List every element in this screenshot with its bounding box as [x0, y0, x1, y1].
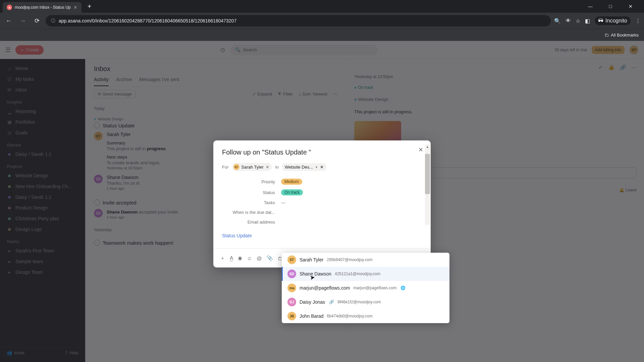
window-controls: — □ ✕ [584, 4, 641, 9]
dropdown-item[interactable]: STSarah Tyler295b9407@moodjoy.com [282, 253, 449, 267]
person-name: Sarah Tyler [300, 257, 323, 262]
incognito-icon: 🕶 [598, 18, 603, 24]
avatar: DJ [287, 298, 296, 306]
scroll-up-icon[interactable]: ▲ [425, 144, 430, 149]
zoom-icon[interactable]: 🔍 [554, 18, 561, 24]
bookmarks-folder-icon[interactable]: 🗀 [604, 33, 609, 38]
new-tab-button[interactable]: + [85, 2, 94, 11]
status-pill[interactable]: On track [281, 189, 303, 195]
browser-tab[interactable]: ● moodjoy.com Inbox - Status Up ✕ [3, 2, 82, 13]
close-modal-button[interactable]: ✕ [416, 145, 425, 155]
field-label-priority: Priority [222, 179, 281, 184]
eye-off-icon[interactable]: 👁 [566, 18, 571, 24]
side-panel-icon[interactable]: ◧ [585, 18, 590, 24]
record-icon[interactable]: ◉ [238, 255, 242, 261]
reload-button[interactable]: ⟳ [32, 17, 42, 24]
kebab-menu-icon[interactable]: ⋮ [635, 18, 641, 24]
avatar: SD [287, 269, 296, 278]
url-bar[interactable]: ⓘ app.asana.com/0/inbox/1206160204288770… [46, 15, 551, 26]
attachment-icon[interactable]: 📎 [267, 255, 273, 261]
chevron-down-icon[interactable]: ▾ [316, 165, 317, 169]
tasks-value[interactable]: — [281, 200, 422, 205]
bookmark-star-icon[interactable]: ☆ [576, 18, 580, 24]
globe-icon: 🌐 [400, 286, 406, 290]
site-info-icon[interactable]: ⓘ [51, 18, 55, 24]
person-name: Shane Dawson [300, 271, 331, 277]
emoji-icon[interactable]: ☺ [247, 255, 252, 261]
assignee-name: Sarah Tyler [241, 165, 264, 170]
person-email: marjun@pageflows.com [353, 286, 396, 290]
person-email: 425121a1@moodjoy.com [335, 272, 380, 276]
field-label-status: Status [222, 190, 281, 195]
url-text: app.asana.com/0/inbox/1206160204288770/1… [59, 18, 545, 23]
maximize-icon[interactable]: □ [604, 4, 617, 9]
mention-icon[interactable]: @ [257, 255, 262, 261]
link-icon: 🔗 [329, 300, 334, 304]
person-email: 9f46e1f2@moodjoy.com [337, 300, 381, 304]
bookmarks-bar: 🗀 All Bookmarks [0, 29, 644, 41]
for-label: For [222, 165, 229, 170]
people-dropdown: STSarah Tyler295b9407@moodjoy.comSDShane… [282, 253, 449, 323]
text-format-icon[interactable]: A̲ [230, 255, 233, 261]
create-task-modal: ✕ Follow up on "Status Update " For ST S… [213, 140, 431, 267]
avatar: ST [233, 164, 239, 170]
field-label-due: When is the due dat... [222, 210, 281, 215]
description-link[interactable]: Status Update [222, 233, 422, 238]
browser-tab-bar: ● moodjoy.com Inbox - Status Up ✕ + — □ … [0, 0, 644, 13]
project-name: Website Des... [285, 165, 313, 170]
scrollbar-thumb[interactable] [425, 154, 430, 194]
all-bookmarks-label[interactable]: All Bookmarks [611, 33, 639, 38]
remove-project-icon[interactable]: ✕ [320, 165, 324, 170]
remove-assignee-icon[interactable]: ✕ [266, 165, 269, 170]
in-label: in [275, 165, 279, 170]
person-name: John Barad [300, 313, 324, 319]
person-name: marjun@pageflows.com [300, 285, 350, 291]
person-email: 6b474db0@moodjoy.com [327, 314, 373, 318]
asana-favicon: ● [7, 5, 12, 10]
person-name: Daisy Jonas [300, 299, 325, 305]
dropdown-item[interactable]: mamarjun@pageflows.commarjun@pageflows.c… [282, 281, 449, 295]
close-window-icon[interactable]: ✕ [624, 4, 637, 9]
dropdown-item[interactable]: DJDaisy Jonas🔗9f46e1f2@moodjoy.com [282, 295, 449, 309]
back-button[interactable]: ← [3, 17, 14, 24]
incognito-label: Incognito [605, 18, 627, 24]
project-chip[interactable]: Website Des... ▾ ✕ [282, 163, 326, 171]
add-subtask-icon[interactable]: ＋ [220, 255, 225, 261]
browser-toolbar: ← → ⟳ ⓘ app.asana.com/0/inbox/1206160204… [0, 13, 644, 29]
close-tab-icon[interactable]: ✕ [73, 5, 77, 10]
field-label-tasks: Tasks [222, 200, 281, 205]
tab-title: moodjoy.com Inbox - Status Up [15, 5, 71, 10]
dropdown-item[interactable]: SDShane Dawson425121a1@moodjoy.com [282, 267, 449, 281]
modal-title: Follow up on "Status Update " [222, 148, 422, 156]
assignee-chip[interactable]: ST Sarah Tyler ✕ [232, 163, 272, 171]
minimize-icon[interactable]: — [584, 4, 597, 9]
avatar: ST [287, 255, 296, 264]
avatar: ma [287, 284, 296, 292]
priority-pill[interactable]: Medium [281, 179, 302, 185]
person-email: 295b9407@moodjoy.com [327, 257, 372, 262]
avatar: JB [287, 312, 296, 320]
incognito-chip[interactable]: 🕶 Incognito [595, 16, 631, 25]
forward-button[interactable]: → [17, 17, 28, 24]
field-label-email: Email address [222, 220, 281, 225]
dropdown-item[interactable]: JBJohn Barad6b474db0@moodjoy.com [282, 309, 449, 323]
